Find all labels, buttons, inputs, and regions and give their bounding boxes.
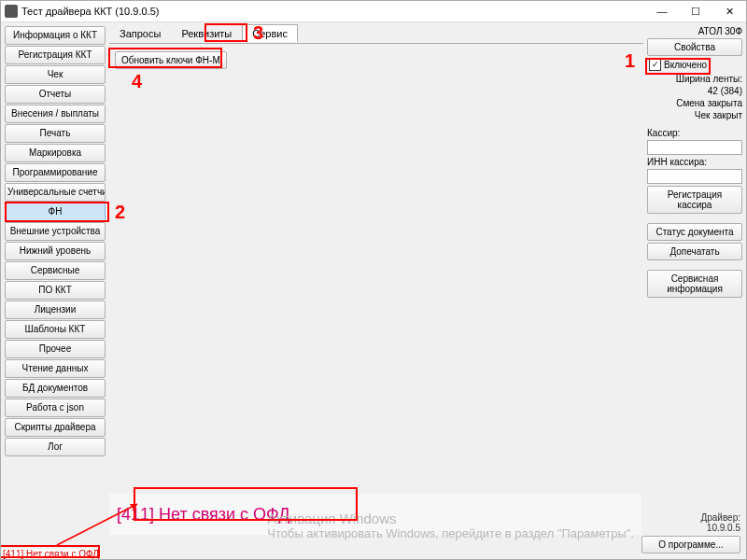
shift-state-label: Смена закрыта [647, 98, 742, 108]
driver-version: 10.9.0.5 [700, 523, 740, 533]
sidebar-item-6[interactable]: Маркировка [5, 144, 106, 162]
sidebar-item-18[interactable]: БД документов [5, 379, 106, 398]
minimize-button[interactable]: — [645, 1, 679, 21]
sidebar-item-2[interactable]: Чек [5, 65, 106, 84]
register-cashier-button[interactable]: Регистрация кассира [647, 186, 742, 214]
sidebar-item-9[interactable]: ФН [5, 203, 106, 221]
close-button[interactable]: ✕ [712, 1, 746, 21]
sidebar-item-0[interactable]: Информация о ККТ [5, 26, 106, 45]
footer-error: [411] Нет связи с ОФД [1, 549, 101, 559]
cashier-inn-label: ИНН кассира: [647, 157, 742, 167]
update-fn-keys-button[interactable]: Обновить ключи ФН-М [115, 51, 227, 69]
sidebar-item-16[interactable]: Прочее [5, 340, 106, 358]
tab-0[interactable]: Запросы [109, 24, 171, 42]
sidebar-item-4[interactable]: Внесения / выплаты [5, 105, 106, 123]
left-sidebar: Информация о ККТРегистрация ККТЧекОтчеты… [1, 22, 109, 559]
sidebar-item-8[interactable]: Универсальные счетчики [5, 183, 106, 202]
tab-1[interactable]: Реквизиты [171, 24, 242, 42]
enabled-label: Включено [664, 60, 707, 70]
enabled-checkbox-row[interactable]: ✓ Включено [647, 58, 742, 72]
tab-strip: ЗапросыРеквизитыСервис [109, 24, 298, 42]
sidebar-item-5[interactable]: Печать [5, 124, 106, 143]
sidebar-item-17[interactable]: Чтение данных [5, 359, 106, 378]
cashier-input[interactable] [647, 140, 742, 155]
doc-status-button[interactable]: Статус документа [647, 223, 742, 241]
device-label: АТОЛ 30Ф [647, 26, 742, 36]
sidebar-item-11[interactable]: Нижний уровень [5, 242, 106, 260]
tab-2[interactable]: Сервис [242, 24, 298, 42]
center-panel: ЗапросыРеквизитыСервис Обновить ключи ФН… [109, 22, 643, 559]
sidebar-item-7[interactable]: Программирование [5, 163, 106, 182]
sidebar-item-10[interactable]: Внешние устройства [5, 222, 106, 241]
tab-page-service: Обновить ключи ФН-М [109, 43, 643, 559]
window-title: Тест драйвера ККТ (10.9.0.5) [21, 6, 645, 17]
sidebar-item-1[interactable]: Регистрация ККТ [5, 46, 106, 64]
maximize-button[interactable]: ☐ [679, 1, 712, 21]
service-info-button[interactable]: Сервисная информация [647, 270, 742, 298]
driver-label: Драйвер: [700, 512, 740, 523]
app-window: Тест драйвера ККТ (10.9.0.5) — ☐ ✕ Инфор… [0, 0, 747, 560]
body: Информация о ККТРегистрация ККТЧекОтчеты… [1, 22, 746, 559]
about-button[interactable]: О программе... [641, 536, 740, 553]
driver-info: Драйвер: 10.9.0.5 [700, 512, 740, 533]
cashier-label: Кассир: [647, 128, 742, 138]
status-message: [411] Нет связи с ОФД [117, 505, 289, 525]
right-sidebar: АТОЛ 30Ф Свойства ✓ Включено Ширина лент… [643, 22, 746, 559]
sidebar-item-20[interactable]: Скрипты драйвера [5, 418, 106, 437]
sidebar-item-3[interactable]: Отчеты [5, 85, 106, 104]
reprint-button[interactable]: Допечатать [647, 243, 742, 260]
cashier-inn-input[interactable] [647, 169, 742, 184]
tape-width-label: Ширина ленты: [647, 74, 742, 84]
enabled-checkbox[interactable]: ✓ [649, 59, 661, 71]
tape-width-value: 42 (384) [647, 86, 742, 96]
cheque-state-label: Чек закрыт [647, 110, 742, 120]
sidebar-item-19[interactable]: Работа с json [5, 399, 106, 417]
properties-button[interactable]: Свойства [647, 38, 742, 56]
status-bar: [411] Нет связи с ОФД [109, 494, 641, 535]
sidebar-item-21[interactable]: Лог [5, 438, 106, 456]
titlebar: Тест драйвера ККТ (10.9.0.5) — ☐ ✕ [1, 1, 746, 22]
app-icon [5, 5, 18, 18]
sidebar-item-12[interactable]: Сервисные [5, 261, 106, 280]
sidebar-item-14[interactable]: Лицензии [5, 301, 106, 319]
sidebar-item-13[interactable]: ПО ККТ [5, 281, 106, 300]
sidebar-item-15[interactable]: Шаблоны ККТ [5, 320, 106, 339]
